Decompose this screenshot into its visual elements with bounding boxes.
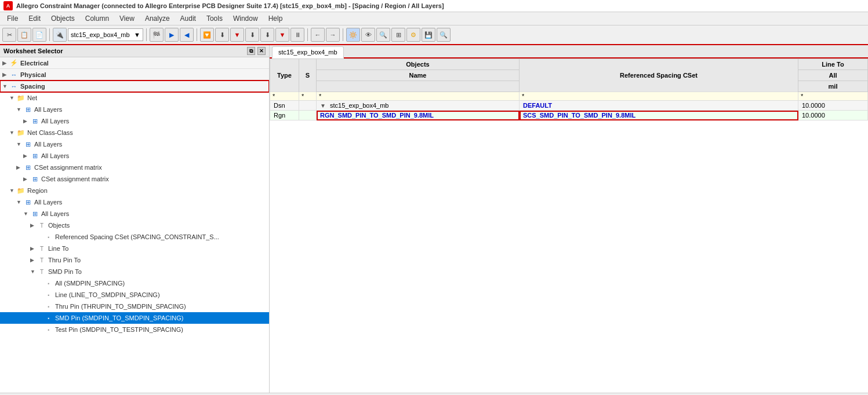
table-icon: ⊞ [30, 175, 39, 183]
db-icon[interactable]: 🔌 [53, 28, 67, 42]
paste-button[interactable]: 📄 [32, 28, 46, 42]
save-btn[interactable]: 💾 [422, 28, 435, 42]
tree-label: Test Pin (SMDPIN_TO_TESTPIN_SPACING) [55, 326, 267, 333]
pause-btn[interactable]: ⏸ [290, 28, 304, 42]
tree-container: ▶ ⚡ Electrical ▶ ↔ Physical ▼ ↔ Spacing … [0, 57, 269, 393]
filter-refspacing-input[interactable] [522, 93, 796, 100]
toolbar: ✂ 📋 📄 🔌 stc15_exp_box4_mb ▼ 🏁 ▶ ◀ 🔽 ⬇ ▼ … [0, 25, 868, 45]
tree-label: All Layers [41, 210, 267, 217]
table-row[interactable]: Dsn ▼ stc15_exp_box4_mb DEFAULT 10.0000 [270, 101, 868, 111]
grid-btn[interactable]: ⊞ [391, 28, 405, 42]
table-container: Type S Objects Referenced Spacing CSet L [270, 58, 868, 393]
cut-button[interactable]: ✂ [2, 28, 16, 42]
tree-item-smdpin-smd[interactable]: ▪ SMD Pin (SMDPIN_TO_SMDPIN_SPACING) [0, 312, 269, 324]
tree-item-region-all2[interactable]: ▼ ⊞ All Layers [0, 208, 269, 220]
fwd-btn[interactable]: → [326, 28, 340, 42]
table-row[interactable]: Rgn RGN_SMD_PIN_TO_SMD_PIN_9.8MIL SCS_SM… [270, 111, 868, 120]
tree-item-physical[interactable]: ▶ ↔ Physical [0, 69, 269, 81]
filter-btn6[interactable]: ▼ [275, 28, 289, 42]
col-header-lineto: Line To [798, 59, 868, 70]
tree-item-smdpin-line[interactable]: ▪ Line (LINE_TO_SMDPIN_SPACING) [0, 289, 269, 301]
tree-item-smdpinto[interactable]: ▼ T SMD Pin To [0, 266, 269, 277]
filter-name [317, 92, 520, 101]
tree-item-netcc[interactable]: ▼ 📁 Net Class-Class [0, 127, 269, 138]
text-icon: T [37, 221, 46, 229]
menu-file[interactable]: File [2, 13, 23, 24]
filter-type-input[interactable] [273, 93, 296, 100]
tree-item-cset1[interactable]: ▶ ⊞ CSet assignment matrix [0, 162, 269, 173]
copy-button[interactable]: 📋 [17, 28, 31, 42]
tree-item-refspacing[interactable]: ▪ Referenced Spacing CSet (SPACING_CONST… [0, 231, 269, 243]
sep3 [197, 28, 197, 41]
panel-title: Worksheet Selector [3, 47, 63, 54]
menu-tools[interactable]: Tools [202, 13, 227, 24]
tree-label: Objects [48, 222, 267, 229]
menu-edit[interactable]: Edit [24, 13, 45, 24]
design-dropdown[interactable]: stc15_exp_box4_mb ▼ [68, 28, 143, 41]
filter-btn5[interactable]: ⬇ [260, 28, 274, 42]
table-icon: ⊞ [23, 105, 32, 114]
search-btn[interactable]: 🔍 [437, 28, 451, 42]
sep1 [49, 28, 50, 41]
cell-s [299, 111, 317, 120]
filter-btn2[interactable]: ⬇ [215, 28, 229, 42]
tree-item-smdpin-test[interactable]: ▪ Test Pin (SMDPIN_TO_TESTPIN_SPACING) [0, 324, 269, 335]
filter-lineto-input[interactable] [801, 93, 865, 100]
flag-btn[interactable]: 🏁 [150, 28, 164, 42]
tree-item-smdpin-thru[interactable]: ▪ Thru Pin (THRUPIN_TO_SMDPIN_SPACING) [0, 301, 269, 312]
tree-item-electrical[interactable]: ▶ ⚡ Electrical [0, 57, 269, 69]
tab-design[interactable]: stc15_exp_box4_mb [272, 46, 344, 58]
arrow-icon: ▼ [9, 95, 16, 101]
filter-btn3[interactable]: ▼ [230, 28, 244, 42]
menu-audit[interactable]: Audit [176, 13, 201, 24]
tree-item-smdpin-all[interactable]: ▪ All (SMDPIN_SPACING) [0, 277, 269, 289]
sep2 [146, 28, 147, 41]
tree-item-net-all1[interactable]: ▼ ⊞ All Layers [0, 104, 269, 115]
tree-item-cset2[interactable]: ▶ ⊞ CSet assignment matrix [0, 173, 269, 185]
flag-right-btn[interactable]: ▶ [165, 28, 179, 42]
cell-name: ▼ stc15_exp_box4_mb [317, 101, 520, 111]
tree-item-net-all2[interactable]: ▶ ⊞ All Layers [0, 115, 269, 127]
tree-label: All Layers [34, 106, 267, 113]
cell-refspacing-highlighted: SCS_SMD_PIN_TO_SMD_PIN_9.8MIL [520, 111, 798, 120]
highlight-btn[interactable]: 🔆 [346, 28, 360, 42]
tree-item-netcc-all1[interactable]: ▼ ⊞ All Layers [0, 138, 269, 150]
tree-item-region-all1[interactable]: ▼ ⊞ All Layers [0, 196, 269, 208]
menu-analyze[interactable]: Analyze [140, 13, 175, 24]
tree-item-region-objects[interactable]: ▶ T Objects [0, 220, 269, 231]
leaf-icon: ▪ [44, 325, 53, 334]
filter-name-input[interactable] [319, 93, 517, 100]
filter-btn4[interactable]: ⬇ [245, 28, 259, 42]
close-button[interactable]: ✕ [257, 47, 266, 55]
tree-item-spacing[interactable]: ▼ ↔ Spacing [0, 81, 269, 92]
text-icon: T [37, 244, 46, 253]
leaf-icon: ▪ [44, 279, 53, 287]
table-icon: ⊞ [30, 152, 39, 160]
menu-view[interactable]: View [115, 13, 139, 24]
flag-left-btn[interactable]: ◀ [180, 28, 194, 42]
restore-button[interactable]: ⧉ [247, 47, 255, 55]
arrow-icon: ▼ [16, 199, 23, 205]
filter-refspacing [520, 92, 798, 101]
menu-help[interactable]: Help [264, 13, 288, 24]
tree-item-thrupinto[interactable]: ▶ T Thru Pin To [0, 254, 269, 266]
filter-s-input[interactable] [302, 93, 314, 100]
cell-type: Dsn [270, 101, 299, 111]
tree-item-netcc-all2[interactable]: ▶ ⊞ All Layers [0, 150, 269, 162]
eye-btn[interactable]: 👁 [361, 28, 375, 42]
tree-item-region[interactable]: ▼ 📁 Region [0, 185, 269, 196]
zoom-btn[interactable]: 🔍 [376, 28, 390, 42]
menu-column[interactable]: Column [81, 13, 114, 24]
filter-s [299, 92, 317, 101]
status-bar: CSDN @LostSpeed [0, 393, 868, 395]
menu-objects[interactable]: Objects [46, 13, 79, 24]
tree-item-net[interactable]: ▼ 📁 Net [0, 92, 269, 104]
tree-label: SMD Pin To [48, 268, 267, 275]
back-btn[interactable]: ← [311, 28, 325, 42]
tree-item-lineto[interactable]: ▶ T Line To [0, 243, 269, 254]
app-icon: A [3, 1, 13, 10]
filter-btn1[interactable]: 🔽 [200, 28, 214, 42]
menu-window[interactable]: Window [228, 13, 263, 24]
settings-btn[interactable]: ⚙ [406, 28, 420, 42]
tree-label: CSet assignment matrix [34, 164, 267, 171]
